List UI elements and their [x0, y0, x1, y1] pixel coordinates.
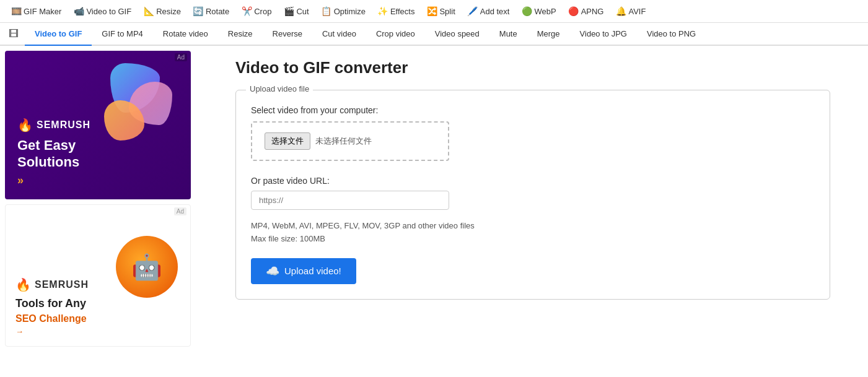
gif-maker-icon: 🎞️: [11, 6, 21, 16]
tab-video-to-jpg[interactable]: Video to JPG: [570, 23, 637, 46]
page-title: Video to GIF converter: [235, 58, 849, 77]
upload-button[interactable]: ☁️ Upload video!: [251, 258, 356, 284]
main-layout: Ad 🔥 SEMRUSH Get EasySolutions » Ad 🤖 🔥 …: [0, 46, 868, 352]
rotate-icon: 🔄: [193, 6, 203, 16]
avif-icon: 🔔: [616, 6, 626, 16]
toolbar-resize[interactable]: 📐 Resize: [139, 4, 186, 19]
advertisement-2: Ad 🤖 🔥 SEMRUSH Tools for Any SEO Challen…: [5, 204, 191, 347]
toolbar-webp[interactable]: 🟢 WebP: [517, 4, 561, 19]
semrush-flame-icon-2: 🔥: [15, 277, 31, 292]
apng-icon: 🔴: [569, 6, 579, 16]
toolbar-optimize[interactable]: 📋 Optimize: [317, 4, 370, 19]
upload-card: Upload video file Select video from your…: [235, 90, 830, 300]
tab-video-to-gif[interactable]: Video to GIF: [25, 23, 92, 46]
tab-resize[interactable]: Resize: [218, 23, 263, 46]
toolbar-crop[interactable]: ✂️ Crop: [237, 4, 276, 19]
semrush-flame-icon: 🔥: [17, 118, 33, 132]
url-label: Or paste video URL:: [251, 176, 815, 186]
upload-btn-label: Upload video!: [284, 266, 341, 276]
resize-icon: 📐: [144, 6, 154, 16]
url-input[interactable]: [251, 191, 449, 210]
content-area: Video to GIF converter Upload video file…: [217, 46, 868, 352]
tab-reverse[interactable]: Reverse: [263, 23, 312, 46]
top-toolbar: 🎞️ GIF Maker 📹 Video to GIF 📐 Resize 🔄 R…: [0, 0, 868, 23]
toolbar-effects[interactable]: ✨ Effects: [373, 4, 420, 19]
ad-label-2: Ad: [174, 207, 186, 215]
film-icon: 🎞: [2, 24, 25, 45]
toolbar-video-to-gif[interactable]: 📹 Video to GIF: [69, 4, 136, 19]
file-input-wrapper: 选择文件 未选择任何文件: [251, 121, 449, 161]
tab-gif-to-mp4[interactable]: GIF to MP4: [92, 23, 152, 46]
toolbar-gif-maker[interactable]: 🎞️ GIF Maker: [6, 4, 66, 19]
crop-icon: ✂️: [242, 6, 252, 16]
tab-video-speed[interactable]: Video speed: [425, 23, 489, 46]
advertisement-1: Ad 🔥 SEMRUSH Get EasySolutions »: [5, 51, 191, 199]
toolbar-avif[interactable]: 🔔 AVIF: [611, 4, 651, 19]
upload-card-legend: Upload video file: [246, 84, 313, 93]
tab-merge[interactable]: Merge: [527, 23, 570, 46]
upload-icon: ☁️: [266, 264, 279, 278]
toolbar-rotate[interactable]: 🔄 Rotate: [188, 4, 234, 19]
split-icon: 🔀: [427, 6, 437, 16]
tab-cut-video[interactable]: Cut video: [312, 23, 366, 46]
semrush-brand-2: SEMRUSH: [35, 279, 89, 290]
webp-icon: 🟢: [522, 6, 532, 16]
tab-rotate-video[interactable]: Rotate video: [153, 23, 218, 46]
sidebar: Ad 🔥 SEMRUSH Get EasySolutions » Ad 🤖 🔥 …: [0, 46, 217, 352]
toolbar-cut[interactable]: 🎬 Cut: [279, 4, 313, 19]
toolbar-add-text[interactable]: 🖊️ Add text: [463, 4, 515, 19]
tab-crop-video[interactable]: Crop video: [366, 23, 425, 46]
optimize-icon: 📋: [322, 6, 331, 16]
toolbar-split[interactable]: 🔀 Split: [422, 4, 460, 19]
ad2-link[interactable]: →: [15, 327, 180, 336]
ad1-tagline: »: [17, 174, 178, 187]
toolbar-apng[interactable]: 🔴 APNG: [564, 4, 609, 19]
ad2-illustration: 🤖: [110, 230, 184, 304]
effects-icon: ✨: [378, 6, 388, 16]
ad1-shapes: [98, 57, 185, 144]
semrush-brand-1: SEMRUSH: [37, 119, 90, 131]
video-to-gif-icon: 📹: [74, 6, 84, 16]
add-text-icon: 🖊️: [468, 6, 478, 16]
sub-navigation: 🎞 Video to GIF GIF to MP4 Rotate video R…: [0, 23, 868, 46]
robot-icon: 🤖: [116, 236, 178, 298]
select-video-label: Select video from your computer:: [251, 105, 815, 115]
file-info: MP4, WebM, AVI, MPEG, FLV, MOV, 3GP and …: [251, 220, 815, 246]
ad2-tagline: SEO Challenge: [15, 313, 180, 324]
tab-video-to-png[interactable]: Video to PNG: [637, 23, 706, 46]
cut-icon: 🎬: [284, 6, 294, 16]
ad2-link-text: →: [15, 327, 24, 336]
file-choose-button[interactable]: 选择文件: [265, 132, 310, 150]
file-no-chosen-label: 未选择任何文件: [315, 136, 372, 147]
tab-mute[interactable]: Mute: [489, 23, 527, 46]
